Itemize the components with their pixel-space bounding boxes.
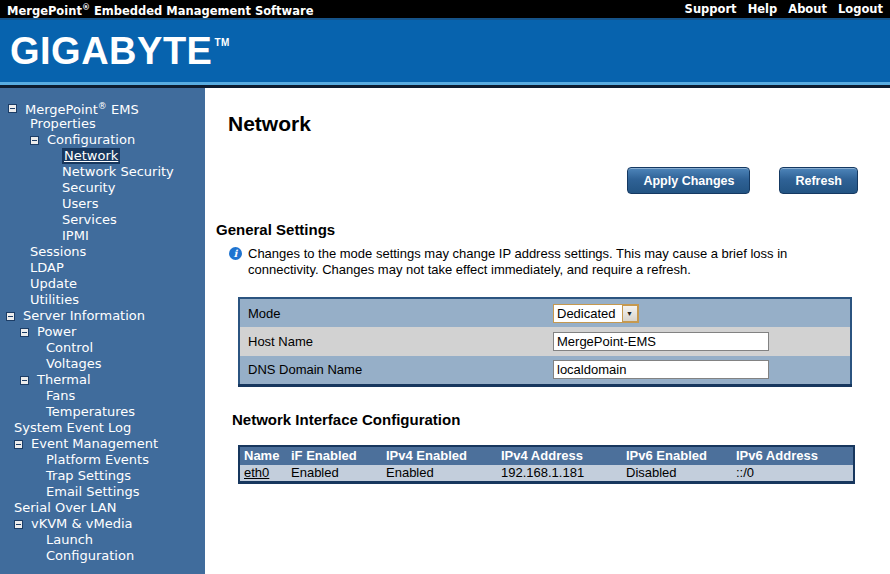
eth0-link[interactable]: eth0 — [244, 465, 269, 480]
sidebar-item-label: System Event Log — [14, 420, 131, 436]
gigabyte-logo: GIGABYTETM — [10, 30, 230, 73]
sidebar-item-label: Launch — [46, 532, 93, 548]
sidebar-item-label: Thermal — [37, 372, 91, 388]
info-note: i Changes to the mode settings may chang… — [229, 246, 858, 278]
collapse-icon[interactable] — [14, 440, 23, 449]
sidebar-item-properties[interactable]: Properties — [0, 116, 205, 132]
sidebar-item-label: Network Security — [62, 164, 174, 180]
sidebar-item-power[interactable]: Power — [0, 324, 205, 340]
general-settings-heading: General Settings — [216, 221, 858, 238]
sidebar-item-launch[interactable]: Launch — [0, 532, 205, 548]
page-title: Network — [228, 112, 858, 136]
sidebar-item-label: IPMI — [62, 228, 89, 244]
sidebar-item-platform-events[interactable]: Platform Events — [0, 452, 205, 468]
col-ipv4-enabled: IPv4 Enabled — [382, 446, 497, 465]
col-ipv6-address: IPv6 Address — [732, 446, 854, 465]
sidebar-item-control[interactable]: Control — [0, 340, 205, 356]
col-if-enabled: iF Enabled — [287, 446, 382, 465]
sidebar-item-configuration[interactable]: Configuration — [0, 132, 205, 148]
refresh-button[interactable]: Refresh — [779, 167, 858, 194]
mode-label: Mode — [239, 298, 553, 327]
info-icon: i — [229, 247, 242, 260]
table-row: Mode Dedicated ▼ — [239, 298, 851, 327]
sidebar-item-email-settings[interactable]: Email Settings — [0, 484, 205, 500]
sidebar-item-security[interactable]: Security — [0, 180, 205, 196]
sidebar-item-label: Fans — [46, 388, 75, 404]
apply-changes-button[interactable]: Apply Changes — [627, 167, 750, 194]
sidebar-item-label: Control — [46, 340, 93, 356]
logout-link[interactable]: Logout — [838, 0, 883, 18]
collapse-icon[interactable] — [30, 136, 39, 145]
sidebar-item-label: vKVM & vMedia — [31, 516, 132, 532]
sidebar-item-sessions[interactable]: Sessions — [0, 244, 205, 260]
sidebar-item-network[interactable]: Network — [0, 148, 205, 164]
ipv4-enabled-value: Enabled — [382, 465, 497, 483]
info-text: Changes to the mode settings may change … — [248, 246, 810, 278]
help-link[interactable]: Help — [748, 0, 778, 18]
sidebar-item-label: Server Information — [23, 308, 145, 324]
sidebar-item-fans[interactable]: Fans — [0, 388, 205, 404]
sidebar-item-label: Power — [37, 324, 76, 340]
col-ipv4-address: IPv4 Address — [497, 446, 622, 465]
sidebar: MergePoint® EMS Properties Configuration… — [0, 88, 205, 574]
sidebar-item-event-management[interactable]: Event Management — [0, 436, 205, 452]
ipv6-address-value: ::/0 — [732, 465, 854, 483]
sidebar-item-label: Configuration — [47, 132, 135, 148]
host-name-label: Host Name — [239, 327, 553, 356]
dns-domain-field[interactable] — [553, 360, 769, 379]
sidebar-item-label: Utilities — [30, 292, 79, 308]
sidebar-item-label: Platform Events — [46, 452, 149, 468]
col-name: Name — [239, 446, 287, 465]
sidebar-item-network-security[interactable]: Network Security — [0, 164, 205, 180]
sidebar-item-voltages[interactable]: Voltages — [0, 356, 205, 372]
sidebar-item-label: Sessions — [30, 244, 86, 260]
sidebar-item-label: Email Settings — [46, 484, 140, 500]
sidebar-item-ipmi[interactable]: IPMI — [0, 228, 205, 244]
sidebar-item-label: Trap Settings — [46, 468, 131, 484]
table-row: eth0 Enabled Enabled 192.168.1.181 Disab… — [239, 465, 854, 483]
sidebar-item-label: Services — [62, 212, 117, 228]
sidebar-item-services[interactable]: Services — [0, 212, 205, 228]
dns-domain-label: DNS Domain Name — [239, 356, 553, 385]
sidebar-item-utilities[interactable]: Utilities — [0, 292, 205, 308]
sidebar-item-label: Serial Over LAN — [14, 500, 116, 516]
table-row: Host Name — [239, 327, 851, 356]
general-settings-table: Mode Dedicated ▼ Host Name DNS Domain Na… — [238, 297, 852, 387]
collapse-icon[interactable] — [20, 328, 29, 337]
sidebar-item-thermal[interactable]: Thermal — [0, 372, 205, 388]
mode-select[interactable]: Dedicated ▼ — [553, 304, 639, 323]
table-row: DNS Domain Name — [239, 356, 851, 385]
nic-header-row: Name iF Enabled IPv4 Enabled IPv4 Addres… — [239, 446, 854, 465]
mode-select-value: Dedicated — [554, 305, 622, 322]
sidebar-item-users[interactable]: Users — [0, 196, 205, 212]
nic-table: Name iF Enabled IPv4 Enabled IPv4 Addres… — [238, 445, 855, 485]
collapse-icon[interactable] — [14, 520, 23, 529]
sidebar-item-vkvm-vmedia[interactable]: vKVM & vMedia — [0, 516, 205, 532]
sidebar-item-ldap[interactable]: LDAP — [0, 260, 205, 276]
sidebar-item-label: Properties — [30, 116, 96, 132]
sidebar-item-label: Update — [30, 276, 77, 292]
sidebar-item-mergepoint-ems[interactable]: MergePoint® EMS — [0, 100, 205, 116]
sidebar-item-label: LDAP — [30, 260, 64, 276]
sidebar-item-label: Users — [62, 196, 98, 212]
sidebar-item-update[interactable]: Update — [0, 276, 205, 292]
col-ipv6-enabled: IPv6 Enabled — [622, 446, 732, 465]
ipv6-enabled-value: Disabled — [622, 465, 732, 483]
host-name-field[interactable] — [553, 332, 769, 351]
collapse-icon[interactable] — [20, 376, 29, 385]
collapse-icon[interactable] — [6, 312, 15, 321]
sidebar-item-trap-settings[interactable]: Trap Settings — [0, 468, 205, 484]
about-link[interactable]: About — [788, 0, 827, 18]
sidebar-item-vkvm-configuration[interactable]: Configuration — [0, 548, 205, 564]
chevron-down-icon[interactable]: ▼ — [622, 305, 638, 322]
sidebar-item-server-information[interactable]: Server Information — [0, 308, 205, 324]
sidebar-item-label: Security — [62, 180, 115, 196]
brand-banner: GIGABYTETM — [0, 20, 890, 82]
support-link[interactable]: Support — [685, 0, 737, 18]
sidebar-item-label: Temperatures — [46, 404, 135, 420]
app-title: MergePoint® Embedded Management Software — [7, 0, 313, 19]
sidebar-item-serial-over-lan[interactable]: Serial Over LAN — [0, 500, 205, 516]
sidebar-item-system-event-log[interactable]: System Event Log — [0, 420, 205, 436]
collapse-icon[interactable] — [8, 104, 17, 113]
sidebar-item-temperatures[interactable]: Temperatures — [0, 404, 205, 420]
